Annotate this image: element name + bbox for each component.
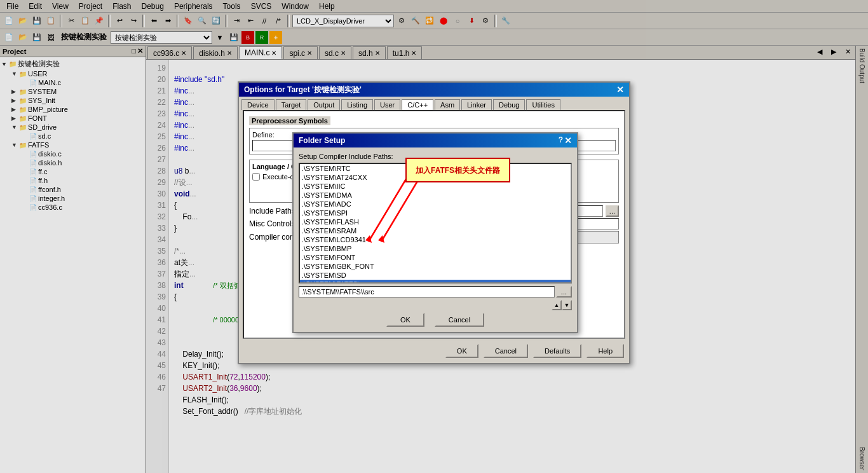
options-dialog-title: Options for Target '按键检测实验' ✕ [239, 83, 629, 97]
opt-tab-debug[interactable]: Debug [493, 99, 525, 110]
options-defaults-btn[interactable]: Defaults [533, 344, 581, 358]
path-item[interactable]: .\SYSTEM\GBK_FONT [300, 262, 571, 271]
options-footer: OK Cancel Defaults Help [239, 339, 629, 363]
path-item[interactable]: .\SYSTEM\DMA [300, 191, 571, 200]
callout-box: 加入FATFS相关头文件路 [405, 158, 510, 182]
opt-tab-target[interactable]: Target [276, 99, 307, 110]
folder-footer: OK Cancel [299, 313, 572, 327]
opt-tab-utilities[interactable]: Utilities [526, 99, 560, 110]
paths-scroll-down[interactable]: ▼ [562, 300, 572, 310]
opt-tab-linker[interactable]: Linker [461, 99, 492, 110]
path-item[interactable]: .\SYSTEM\BMP [300, 244, 571, 253]
options-tabs: Device Target Output Listing User C/C++ … [239, 97, 629, 110]
callout-container: 加入FATFS相关头文件路 [405, 158, 510, 182]
path-item[interactable]: .\SYSTEM\SRAM [300, 226, 571, 235]
preprocessor-label: Preprocessor Symbols [249, 116, 330, 125]
opt-tab-listing[interactable]: Listing [341, 99, 373, 110]
options-title-text: Options for Target '按键检测实验' [244, 85, 362, 95]
path-item[interactable]: .\SYSTEM\ADC [300, 200, 571, 209]
folder-browse-btn[interactable]: ... [556, 286, 572, 298]
options-close-btn[interactable]: ✕ [616, 85, 624, 95]
folder-cancel-btn[interactable]: Cancel [435, 313, 484, 327]
options-ok-btn[interactable]: OK [445, 344, 478, 358]
path-item[interactable]: .\SYSTEM\IIC [300, 182, 571, 191]
folder-input-row: ... [299, 286, 572, 298]
folder-title-btns: ? ✕ [559, 135, 572, 146]
path-item[interactable]: .\SYSTEM\LCD9341 [300, 235, 571, 244]
folder-dialog-title: Folder Setup ? ✕ [294, 134, 577, 147]
callout-text: 加入FATFS相关头文件路 [416, 166, 500, 175]
folder-title-text: Folder Setup [299, 136, 345, 145]
path-item[interactable]: .\SYSTEM\FATFS\src [300, 280, 571, 284]
include-paths-browse[interactable]: ... [606, 205, 619, 217]
opt-tab-asm[interactable]: Asm [435, 99, 460, 110]
include-paths-label: Include Paths: [249, 207, 297, 216]
paths-scroll-up[interactable]: ▲ [552, 300, 562, 310]
folder-path-input[interactable] [299, 286, 555, 298]
misc-label: Misc Controls: [249, 219, 297, 228]
opt-tab-device[interactable]: Device [241, 99, 275, 110]
path-item[interactable]: .\SYSTEM\SPI [300, 209, 571, 217]
path-item[interactable]: .\SYSTEM\FONT [300, 253, 571, 262]
path-item[interactable]: .\SYSTEM\FLASH [300, 217, 571, 226]
opt-tab-user[interactable]: User [374, 99, 400, 110]
path-item[interactable]: .\SYSTEM\SD [300, 271, 571, 280]
folder-close-btn[interactable]: ✕ [564, 135, 572, 146]
opt-tab-output[interactable]: Output [308, 99, 340, 110]
scroll-btns: ▲ ▼ [299, 300, 572, 310]
exec-only-check[interactable] [252, 173, 260, 181]
opt-tab-cc[interactable]: C/C++ [402, 99, 433, 110]
options-help-btn[interactable]: Help [587, 344, 624, 358]
folder-help-icon[interactable]: ? [559, 135, 563, 146]
options-cancel-btn[interactable]: Cancel [484, 344, 528, 358]
folder-ok-btn[interactable]: OK [386, 313, 424, 327]
